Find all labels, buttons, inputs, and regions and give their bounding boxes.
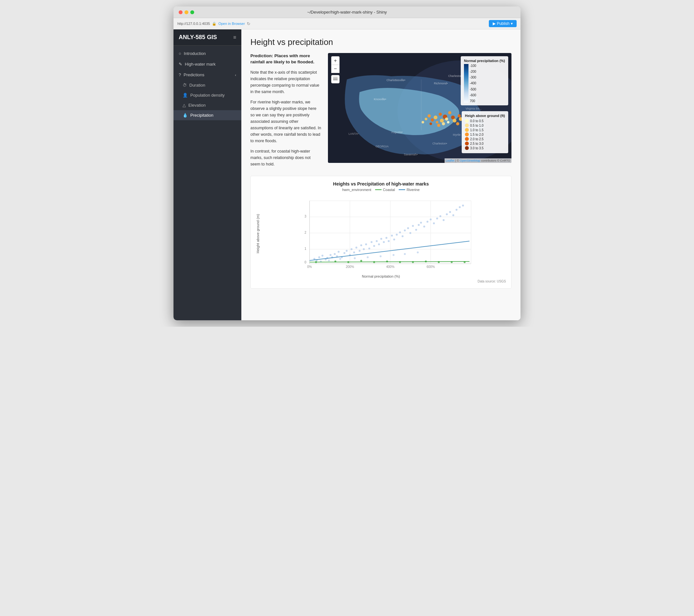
chart-container: Heights vs Precipitation of high-water m… — [250, 176, 511, 289]
svg-point-81 — [370, 241, 372, 243]
height-swatch-4: 2.0 to 2.5 — [465, 137, 505, 141]
svg-text:GEORGIA: GEORGIA — [376, 145, 389, 148]
svg-point-61 — [322, 255, 324, 257]
question-icon: ? — [179, 72, 181, 77]
svg-point-115 — [339, 258, 341, 260]
layers-button[interactable] — [331, 75, 340, 84]
svg-point-71 — [346, 250, 348, 252]
svg-point-117 — [367, 256, 369, 258]
svg-text:LANTA•: LANTA• — [349, 132, 359, 135]
svg-point-10 — [431, 118, 434, 122]
legend-height-title: Heigh above ground (ft) — [465, 114, 505, 117]
svg-point-94 — [404, 230, 406, 231]
svg-point-7 — [440, 119, 444, 123]
title-bar: ~/Developer/high-water-mark-shiny - Shin… — [174, 6, 520, 18]
person-icon: 👤 — [183, 93, 188, 97]
height-label: 1.0 to 1.5 — [470, 128, 484, 132]
sidebar-item-duration[interactable]: ⏱ Duration — [174, 80, 241, 90]
height-swatch-3: 1.5 to 2.0 — [465, 132, 505, 137]
svg-point-127 — [386, 260, 388, 262]
reload-icon[interactable]: ↻ — [247, 21, 250, 26]
svg-point-15 — [442, 122, 445, 125]
minimize-button[interactable] — [184, 10, 188, 14]
precip-label-100: -100 — [470, 64, 476, 68]
svg-rect-37 — [333, 77, 337, 77]
sidebar-item-population-density[interactable]: 👤 Population density — [174, 90, 241, 100]
svg-text:Virginia Be...: Virginia Be... — [465, 107, 482, 110]
body-text-1: Note that the x-axis of this scatterplot… — [250, 69, 322, 95]
svg-point-80 — [368, 248, 370, 250]
map-zoom-controls: + − — [331, 56, 340, 84]
close-button[interactable] — [179, 10, 183, 14]
sidebar-item-precipitation[interactable]: 💧 Precipitation — [174, 110, 241, 120]
svg-point-87 — [385, 237, 387, 239]
x-axis-label: Normal precipitation (%) — [256, 274, 506, 278]
svg-text:Augusta•: Augusta• — [391, 130, 403, 134]
swatch-icon — [465, 132, 469, 137]
svg-text:Savannah•: Savannah• — [404, 153, 418, 156]
svg-point-116 — [354, 257, 356, 259]
svg-text:0%: 0% — [307, 265, 312, 269]
window-title: ~/Developer/high-water-mark-shiny - Shin… — [307, 10, 387, 15]
svg-point-99 — [418, 224, 420, 226]
height-swatch-6: 3.0 to 3.5 — [465, 146, 505, 150]
zoom-out-button[interactable]: − — [331, 65, 340, 73]
svg-text:Richmond•: Richmond• — [434, 82, 448, 85]
sidebar-item-elevation[interactable]: △ Elevation — [174, 100, 241, 110]
svg-point-90 — [393, 238, 395, 240]
chart-svg-wrapper: 0 1 2 3 0% 200% 400% 600% — [262, 194, 506, 273]
legend-env-label: hwm_environment — [342, 188, 371, 192]
svg-point-78 — [363, 248, 365, 250]
precip-label-400: -400 — [470, 81, 476, 85]
height-swatch-0: 0.0 to 0.5 — [465, 119, 505, 123]
app-container: ANLY-585 GIS ≡ ○ Introduction ✎ High-wat… — [174, 30, 520, 320]
svg-point-85 — [380, 238, 382, 240]
svg-point-101 — [423, 225, 425, 228]
legend-coastal: Coastal — [375, 188, 395, 192]
svg-point-14 — [447, 121, 450, 124]
svg-point-112 — [459, 206, 461, 208]
zoom-in-button[interactable]: + — [331, 56, 340, 65]
precip-gradient-bar — [464, 64, 469, 103]
map-container[interactable]: Knoxville• Richmond• Charlottesville• Ch… — [328, 53, 511, 163]
leaflet-link[interactable]: Leaflet — [446, 159, 455, 162]
osm-link[interactable]: OpenStreetMap — [460, 159, 480, 162]
map-legend-precipitation: Normal precipitation (%) -100 -200 -300 … — [461, 56, 508, 105]
svg-point-96 — [409, 232, 411, 234]
sidebar-item-label: Predictions — [183, 72, 204, 77]
precip-label-700: 700 — [470, 99, 476, 103]
publish-button[interactable]: ▶ Publish ▾ — [489, 20, 517, 27]
svg-point-77 — [360, 244, 362, 246]
maximize-button[interactable] — [190, 10, 194, 14]
prediction-label: Prediction: Places with more rainfall ar… — [250, 53, 322, 65]
svg-point-76 — [359, 250, 361, 252]
svg-point-111 — [456, 209, 457, 211]
map-panel: Knoxville• Richmond• Charlottesville• Ch… — [328, 53, 511, 171]
legend-precip-title: Normal precipitation (%) — [464, 59, 505, 63]
text-panel: Prediction: Places with more rainfall ar… — [250, 53, 322, 171]
hamburger-icon[interactable]: ≡ — [233, 35, 236, 40]
clock-icon: ⏱ — [183, 83, 187, 88]
svg-point-68 — [337, 251, 340, 253]
svg-point-103 — [430, 218, 432, 220]
svg-point-6 — [448, 111, 451, 114]
svg-point-106 — [439, 215, 441, 217]
sidebar-item-introduction[interactable]: ○ Introduction — [174, 48, 241, 59]
svg-rect-36 — [333, 78, 337, 79]
svg-point-121 — [417, 251, 419, 253]
svg-text:1: 1 — [304, 247, 306, 251]
sidebar-item-high-water-mark[interactable]: ✎ High-water mark — [174, 59, 241, 70]
svg-point-18 — [430, 123, 432, 125]
precip-label-500: -500 — [470, 88, 476, 91]
sidebar-item-predictions[interactable]: ? Predictions ‹ — [174, 70, 241, 80]
two-column-layout: Prediction: Places with more rainfall ar… — [250, 53, 511, 171]
sidebar-brand: ANLY-585 GIS ≡ — [174, 30, 241, 46]
svg-point-105 — [436, 218, 438, 219]
precip-labels: -100 -200 -300 -400 -500 -600 700 — [470, 64, 476, 103]
svg-point-74 — [353, 251, 355, 253]
svg-point-97 — [412, 225, 414, 227]
triangle-icon: △ — [183, 103, 186, 108]
sidebar-item-label: Introduction — [184, 51, 206, 56]
open-in-browser[interactable]: Open in Browser — [218, 22, 245, 25]
shiny-icon: ▶ — [493, 21, 496, 26]
